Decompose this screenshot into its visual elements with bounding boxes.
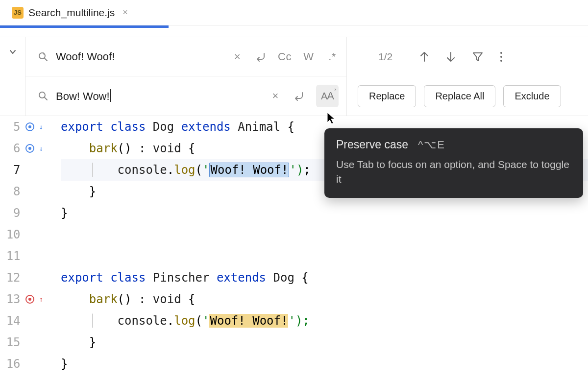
gutter: 5↓ 6↓ 7↓ 8↓ 9↓ 10↓ 11↓ 12↓ 13↑ 14↓ 15↓ 1… (0, 116, 54, 375)
code-line: } (61, 202, 588, 224)
replace-input[interactable]: Bow! Wow! (56, 89, 262, 103)
replace-row: Bow! Wow! × › AA (25, 76, 346, 116)
search-match: Woof! Woof! (209, 314, 288, 328)
code-line: bark() : void { (61, 288, 588, 310)
chevron-right-icon: › (334, 86, 336, 92)
regex-toggle[interactable]: .* (326, 49, 339, 65)
tooltip-shortcut: ^⌥E (418, 139, 445, 151)
svg-point-5 (500, 56, 502, 58)
svg-line-1 (45, 58, 47, 61)
chevron-down-icon (8, 47, 18, 57)
code-line: } (61, 353, 588, 375)
more-options-icon[interactable] (499, 51, 503, 63)
svg-point-2 (39, 92, 45, 98)
tab-underline (0, 25, 169, 28)
find-nav-row: 1/2 (347, 37, 588, 76)
replace-all-button[interactable]: Replace All (424, 85, 495, 107)
next-match-button[interactable] (445, 50, 456, 63)
file-tab[interactable]: JS Search_multiline.js × (5, 0, 135, 25)
preserve-case-icon: AA (321, 90, 334, 102)
svg-line-3 (45, 97, 47, 100)
code-line: } (61, 332, 588, 353)
filter-icon[interactable] (472, 51, 484, 63)
svg-point-4 (500, 52, 502, 54)
tab-bar: JS Search_multiline.js × (0, 0, 588, 25)
tooltip: Preserve case ^⌥E Use Tab to focus on an… (324, 128, 583, 198)
find-row: Woof! Woof! × Cc W .* (25, 37, 346, 76)
collapse-toggle[interactable] (0, 37, 25, 116)
code-line: │ console.log('Woof! Woof!'); (61, 310, 588, 332)
search-match-current: Woof! Woof! (209, 163, 289, 177)
code-line: export class Pinscher extends Dog { (61, 267, 588, 288)
replace-search-icon[interactable] (37, 90, 49, 102)
preserve-case-toggle[interactable]: › AA (316, 85, 339, 107)
clear-find-icon[interactable]: × (231, 49, 244, 65)
tab-title: Search_multiline.js (28, 7, 115, 19)
tooltip-title: Preserve case (336, 138, 408, 151)
words-toggle[interactable]: W (302, 49, 315, 65)
clear-replace-icon[interactable]: × (269, 88, 282, 104)
js-file-icon: JS (12, 7, 24, 19)
search-icon[interactable] (37, 51, 49, 63)
match-counter: 1/2 (378, 51, 392, 63)
tooltip-body: Use Tab to focus on an option, and Space… (336, 157, 571, 187)
find-replace-panel: Woof! Woof! × Cc W .* Bow! Wow! × (0, 37, 588, 116)
match-case-toggle[interactable]: Cc (278, 49, 292, 65)
exclude-button[interactable]: Exclude (503, 85, 561, 107)
code-line (61, 245, 588, 267)
newline-icon[interactable] (254, 49, 267, 65)
close-tab-icon[interactable]: × (122, 7, 128, 18)
prev-match-button[interactable] (419, 50, 430, 63)
code-line (61, 224, 588, 245)
replace-newline-icon[interactable] (293, 88, 305, 104)
find-input[interactable]: Woof! Woof! (56, 50, 224, 63)
svg-point-6 (500, 60, 502, 62)
replace-button[interactable]: Replace (358, 85, 416, 107)
